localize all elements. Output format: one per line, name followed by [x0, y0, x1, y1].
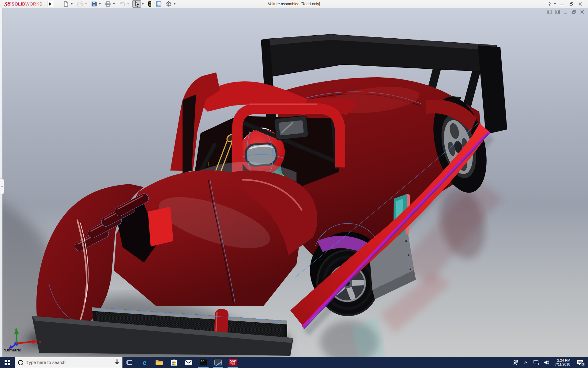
command-prompt-icon: C:\_ [200, 359, 207, 366]
options-button[interactable] [164, 0, 177, 8]
select-tool-button[interactable] [132, 0, 145, 8]
new-document-dropdown[interactable] [71, 3, 73, 5]
help-button[interactable]: ? [546, 1, 552, 7]
mail-icon [185, 359, 193, 366]
select-dropdown[interactable] [142, 3, 144, 5]
action-center-button[interactable]: 3 [574, 357, 586, 368]
close-button[interactable] [576, 1, 585, 7]
flyout-arrow-icon [49, 2, 51, 6]
undo-icon [118, 0, 126, 8]
file-explorer-icon [155, 359, 163, 366]
taskbar-store[interactable] [167, 357, 181, 368]
rear-view-mirror[interactable] [274, 116, 309, 140]
taskbar-mail[interactable] [181, 357, 196, 368]
window-controls: ? [546, 1, 588, 7]
doc-minimize-button[interactable] [563, 10, 568, 14]
solidworks-2017-icon: SW 2017 [229, 359, 237, 366]
tray-date: 7/11/2018 [555, 362, 570, 366]
rebuild-traffic-light-icon [147, 0, 153, 8]
handle-dot [1, 186, 3, 187]
tray-clock[interactable]: 2:24 PM 7/11/2018 [552, 358, 573, 366]
edrawings-icon [214, 359, 222, 366]
restore-icon [570, 2, 573, 6]
taskbar-file-explorer[interactable] [152, 357, 167, 368]
print-dropdown[interactable] [113, 3, 115, 5]
notification-badge: 3 [581, 362, 585, 367]
show-hidden-icons-chevron[interactable] [521, 357, 530, 368]
solidworks-logo: ƷS SOLID WORKS [0, 0, 45, 8]
y-axis-label: Y [14, 328, 17, 332]
save-icon [90, 0, 98, 8]
taskbar-task-view[interactable] [123, 357, 137, 368]
open-dropdown[interactable] [85, 3, 87, 5]
brand-solid: SOLID [12, 2, 25, 6]
close-icon [579, 2, 582, 6]
store-icon [171, 359, 177, 366]
x-axis-label: X [39, 340, 41, 344]
minimize-button[interactable] [557, 1, 567, 7]
microphone-icon[interactable] [115, 359, 119, 366]
graphics-viewport[interactable]: Y X *Dimetric [0, 8, 588, 357]
rebuild-button[interactable] [146, 0, 153, 8]
collapse-pane-right-button[interactable] [555, 10, 560, 14]
windows-taskbar: e C:\_ [0, 357, 588, 368]
open-icon [76, 0, 84, 8]
search-input[interactable] [26, 360, 112, 365]
doc-restore-button[interactable] [571, 10, 577, 14]
task-pane-list-icon [155, 0, 163, 8]
tray-time: 2:24 PM [555, 358, 570, 362]
doc-close-button[interactable] [579, 10, 585, 14]
taskbar-search[interactable] [15, 357, 123, 368]
title-bar: ƷS SOLID WORKS [0, 0, 588, 8]
system-tray: 2:24 PM 7/11/2018 3 [511, 357, 588, 368]
ds-logo-mark: ƷS [4, 1, 10, 7]
print-button[interactable] [103, 0, 117, 8]
print-icon [104, 0, 112, 8]
task-pane-button[interactable] [154, 0, 163, 8]
undo-button[interactable] [117, 0, 131, 8]
select-cursor-icon [132, 0, 141, 8]
taskbar-edge[interactable]: e [137, 357, 152, 368]
windows-logo-icon [5, 360, 10, 365]
minimize-icon [560, 5, 564, 5]
save-button[interactable] [89, 0, 103, 8]
quick-access-toolbar [61, 0, 177, 8]
document-window-controls [546, 10, 585, 14]
gear-icon [164, 0, 173, 8]
help-dropdown[interactable] [552, 1, 557, 7]
volume-icon[interactable] [542, 357, 551, 368]
taskbar-command-prompt[interactable]: C:\_ [196, 357, 211, 368]
task-view-icon [126, 359, 133, 366]
cortana-icon [18, 360, 23, 365]
open-button[interactable] [75, 0, 89, 8]
panel-expand-handle[interactable] [0, 178, 4, 194]
x-axis [17, 342, 33, 343]
taskbar-solidworks[interactable]: SW 2017 [225, 357, 240, 368]
people-icon[interactable] [511, 357, 520, 368]
options-dropdown[interactable] [174, 3, 175, 5]
model-viewport-canvas[interactable] [0, 8, 588, 357]
bright-red-panel[interactable] [148, 207, 173, 247]
collapse-pane-left-button[interactable] [546, 10, 552, 14]
menu-flyout-button[interactable] [47, 1, 53, 7]
start-button[interactable] [0, 357, 15, 368]
taskbar-edrawings[interactable] [211, 357, 225, 368]
undo-dropdown[interactable] [127, 3, 129, 5]
network-icon[interactable] [532, 357, 541, 368]
taskbar-apps: e C:\_ [123, 357, 240, 368]
brand-works: WORKS [25, 2, 42, 6]
edge-icon: e [143, 358, 146, 366]
new-document-button[interactable] [61, 0, 74, 8]
view-orientation-label: *Dimetric [4, 348, 21, 352]
new-document-icon [62, 0, 70, 8]
save-dropdown[interactable] [99, 3, 101, 5]
restore-button[interactable] [567, 1, 576, 7]
